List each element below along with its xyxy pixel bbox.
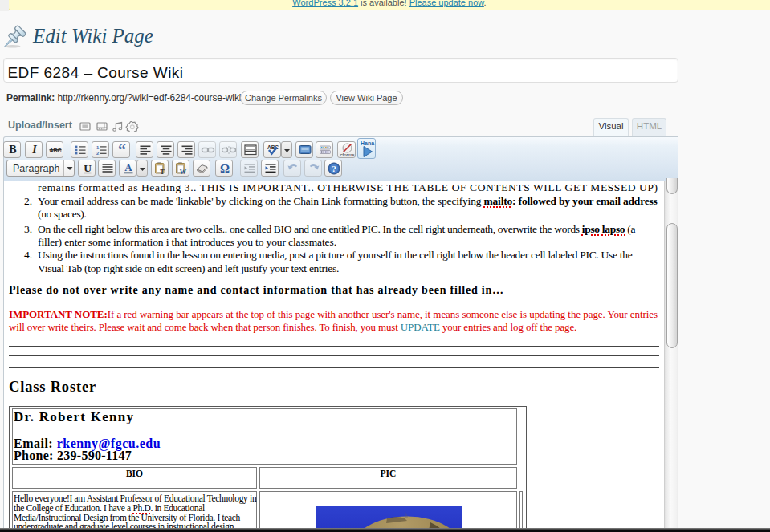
svg-text:2: 2 xyxy=(96,151,100,156)
svg-text:I: I xyxy=(31,144,37,156)
svg-text:?: ? xyxy=(332,164,336,173)
svg-text:T: T xyxy=(160,168,165,176)
svg-text:ABC: ABC xyxy=(267,144,279,150)
svg-text:cforms: cforms xyxy=(340,152,355,157)
svg-text:“: “ xyxy=(118,143,126,157)
svg-text:B: B xyxy=(9,144,16,156)
svg-text:Hana: Hana xyxy=(361,140,374,146)
svg-text:A: A xyxy=(124,161,132,173)
svg-text:Ω: Ω xyxy=(220,162,230,175)
svg-text:U: U xyxy=(84,162,92,174)
svg-text:W: W xyxy=(180,168,187,176)
svg-text:1: 1 xyxy=(96,145,100,150)
